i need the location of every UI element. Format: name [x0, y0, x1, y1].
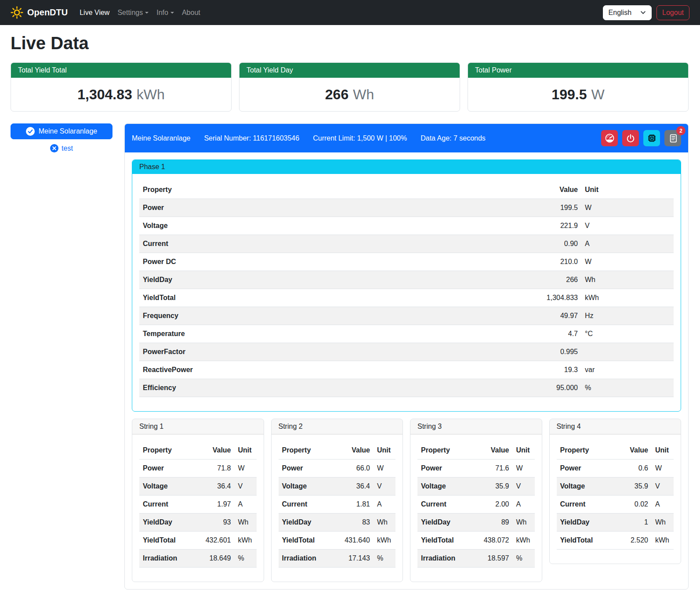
value-cell: 36.4 — [331, 478, 374, 496]
check-circle-icon — [26, 127, 35, 136]
nav-settings[interactable]: Settings — [113, 5, 152, 20]
unit-cell: W — [581, 199, 674, 217]
column-value: Value — [192, 441, 235, 460]
property-cell: Irradiation — [417, 550, 470, 568]
property-cell: Temperature — [139, 325, 507, 343]
nav-info[interactable]: Info — [152, 5, 178, 20]
unit-cell: kWh — [374, 532, 395, 550]
nav-about-label: About — [182, 9, 200, 17]
property-cell: Current — [557, 496, 609, 514]
column-value: Value — [470, 441, 513, 460]
power-toggle-button[interactable] — [622, 130, 639, 146]
string-table: PropertyValueUnitPower66.0WVoltage36.4VC… — [279, 441, 396, 568]
card-value: 266 — [325, 87, 348, 102]
unit-cell: % — [581, 379, 674, 397]
sun-icon — [11, 6, 23, 19]
unit-cell: Wh — [374, 514, 395, 532]
unit-cell: Wh — [513, 514, 535, 532]
property-cell: Current — [279, 496, 331, 514]
string-card-title: String 1 — [132, 419, 264, 434]
unit-cell: A — [513, 496, 535, 514]
inverter-panel: Meine Solaranlage Serial Number: 1161716… — [124, 123, 689, 590]
table-row: YieldTotal438.072kWh — [417, 532, 535, 550]
device-info-button[interactable] — [643, 130, 660, 146]
unit-cell: V — [581, 217, 674, 235]
string-card-title: String 3 — [410, 419, 542, 434]
inverter-select-button-inactive[interactable]: test — [50, 144, 73, 152]
column-value: Value — [331, 441, 374, 460]
nav-live-view[interactable]: Live View — [76, 5, 113, 20]
phase-title: Phase 1 — [132, 160, 681, 174]
unit-cell: V — [652, 478, 674, 496]
unit-cell: kWh — [581, 289, 674, 307]
column-property: Property — [139, 181, 507, 199]
inverter-name-label: test — [62, 145, 73, 152]
unit-cell: A — [581, 235, 674, 253]
value-cell: 4.7 — [507, 325, 581, 343]
caret-down-icon — [145, 12, 149, 14]
string-card: String 4PropertyValueUnitPower0.6WVoltag… — [549, 419, 682, 564]
unit-cell: A — [374, 496, 395, 514]
value-cell: 2.00 — [470, 496, 513, 514]
property-cell: Power — [139, 460, 192, 478]
table-header-row: PropertyValueUnit — [557, 441, 674, 460]
value-cell: 19.3 — [507, 361, 581, 379]
table-row: ReactivePower19.3var — [139, 361, 674, 379]
unit-cell: A — [235, 496, 257, 514]
table-row: Power0.6W — [557, 460, 674, 478]
table-row: Voltage35.9V — [557, 478, 674, 496]
table-header-row: PropertyValueUnit — [279, 441, 396, 460]
property-cell: Irradiation — [139, 550, 192, 568]
limit-settings-button[interactable] — [601, 130, 618, 146]
value-cell: 266 — [507, 271, 581, 289]
property-cell: YieldDay — [279, 514, 331, 532]
value-cell: 83 — [331, 514, 374, 532]
nav-links: Live View Settings Info About — [76, 5, 204, 20]
table-row: PowerFactor0.995 — [139, 343, 674, 361]
table-row: Voltage35.9V — [417, 478, 535, 496]
table-row: Efficiency95.000% — [139, 379, 674, 397]
table-row: YieldDay89Wh — [417, 514, 535, 532]
inverter-sidebar: Meine Solaranlage test — [11, 123, 112, 152]
inverter-panel-header: Meine Solaranlage Serial Number: 1161716… — [125, 124, 688, 152]
property-cell: Voltage — [279, 478, 331, 496]
table-row: Voltage36.4V — [279, 478, 396, 496]
property-cell: YieldDay — [139, 271, 507, 289]
property-cell: Power — [139, 199, 507, 217]
unit-cell: W — [374, 460, 395, 478]
unit-cell: Hz — [581, 307, 674, 325]
logout-button[interactable]: Logout — [656, 5, 689, 20]
value-cell: 66.0 — [331, 460, 374, 478]
table-row: Irradiation18.597% — [417, 550, 535, 568]
value-cell: 95.000 — [507, 379, 581, 397]
unit-cell: % — [513, 550, 535, 568]
property-cell: ReactivePower — [139, 361, 507, 379]
nav-about[interactable]: About — [178, 5, 204, 20]
inverter-select-button-active[interactable]: Meine Solaranlage — [11, 123, 112, 139]
brand-home-link[interactable]: OpenDTU — [11, 6, 68, 19]
value-cell: 35.9 — [470, 478, 513, 496]
table-row: Current1.81A — [279, 496, 396, 514]
string-card-title: String 4 — [550, 419, 681, 434]
inverter-name: Meine Solaranlage — [132, 134, 190, 142]
unit-cell: kWh — [513, 532, 535, 550]
value-cell: 438.072 — [470, 532, 513, 550]
table-row: Frequency49.97Hz — [139, 307, 674, 325]
event-log-button[interactable]: 2 — [664, 130, 681, 146]
value-cell: 17.143 — [331, 550, 374, 568]
unit-cell: % — [374, 550, 395, 568]
property-cell: Irradiation — [279, 550, 331, 568]
value-cell: 1 — [609, 514, 652, 532]
language-select[interactable]: English — [603, 5, 652, 20]
unit-cell: % — [235, 550, 257, 568]
unit-cell: V — [513, 478, 535, 496]
string-table: PropertyValueUnitPower71.8WVoltage36.4VC… — [139, 441, 257, 568]
value-cell: 0.02 — [609, 496, 652, 514]
unit-cell: V — [374, 478, 395, 496]
table-row: YieldTotal432.601kWh — [139, 532, 257, 550]
table-row: YieldDay266Wh — [139, 271, 674, 289]
unit-cell: Wh — [652, 514, 674, 532]
value-cell: 1,304.833 — [507, 289, 581, 307]
value-cell: 210.0 — [507, 253, 581, 271]
string-table: PropertyValueUnitPower71.6WVoltage35.9VC… — [417, 441, 535, 568]
